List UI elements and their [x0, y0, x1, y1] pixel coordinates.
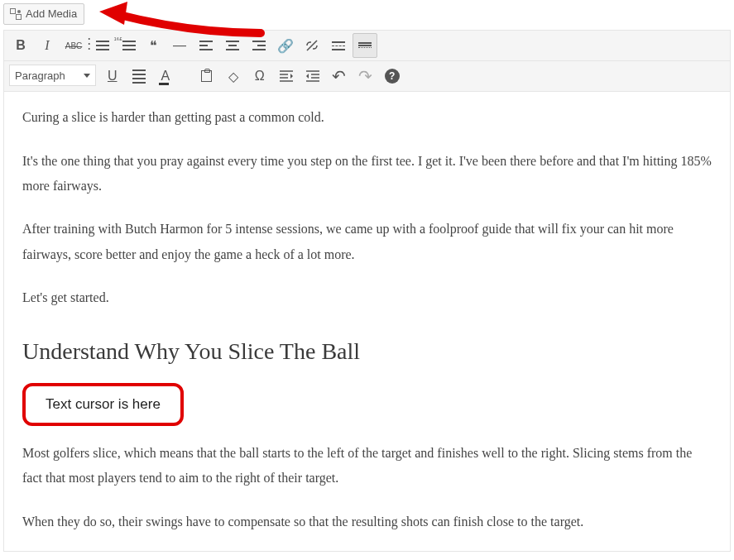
indent-button[interactable]	[300, 64, 325, 89]
format-select-value: Paragraph	[15, 69, 65, 82]
paragraph[interactable]: After training with Butch Harmon for 5 i…	[22, 217, 712, 267]
strikethrough-button[interactable]: ABC	[61, 33, 86, 58]
paragraph[interactable]: It's the one thing that you pray against…	[22, 149, 712, 199]
outdent-button[interactable]	[274, 64, 299, 89]
kitchen-sink-button[interactable]	[353, 33, 377, 58]
bullet-list-button[interactable]	[88, 33, 113, 58]
svg-marker-0	[99, 2, 127, 25]
media-icon	[9, 7, 22, 21]
blockquote-button[interactable]: ❝	[141, 33, 166, 58]
paragraph[interactable]: When they do so, their swings have to co…	[22, 510, 712, 534]
special-character-button[interactable]: Ω	[247, 64, 272, 89]
help-button[interactable]: ?	[385, 69, 400, 84]
italic-button[interactable]: I	[35, 33, 60, 58]
add-media-label: Add Media	[26, 7, 77, 22]
read-more-button[interactable]	[326, 33, 351, 58]
format-select[interactable]: Paragraph	[9, 65, 96, 86]
editor-toolbar: B I ABC ❝ — 🔗 Paragraph U A ◇ Ω ↶ ↷ ? Cu…	[3, 30, 731, 552]
link-button[interactable]: 🔗	[273, 33, 298, 58]
chevron-down-icon	[84, 74, 90, 78]
paste-as-text-button[interactable]	[194, 64, 219, 89]
underline-button[interactable]: U	[100, 64, 125, 89]
undo-button[interactable]: ↶	[327, 64, 352, 89]
align-left-button[interactable]	[194, 33, 218, 58]
align-right-button[interactable]	[247, 33, 271, 58]
align-center-button[interactable]	[220, 33, 245, 58]
redo-button[interactable]: ↷	[353, 64, 378, 89]
clear-formatting-button[interactable]: ◇	[221, 64, 246, 89]
editor-content-area[interactable]: Curing a slice is harder than getting pa…	[4, 92, 730, 551]
bold-button[interactable]: B	[8, 33, 33, 58]
text-color-button[interactable]: A	[153, 64, 178, 89]
paragraph[interactable]: Curing a slice is harder than getting pa…	[22, 105, 712, 130]
add-media-button[interactable]: Add Media	[3, 3, 84, 25]
paragraph[interactable]: Let's get started.	[22, 285, 712, 310]
numbered-list-button[interactable]	[114, 33, 139, 58]
horizontal-rule-button[interactable]: —	[167, 33, 192, 58]
paragraph[interactable]: Most golfers slice, which means that the…	[22, 441, 712, 491]
align-justify-button[interactable]	[127, 64, 151, 89]
heading-2[interactable]: Understand Why You Slice The Ball	[22, 329, 712, 373]
text-color-dropdown[interactable]	[180, 64, 193, 89]
cursor-annotation-box: Text cursor is here	[22, 383, 184, 426]
unlink-button[interactable]	[300, 33, 324, 58]
